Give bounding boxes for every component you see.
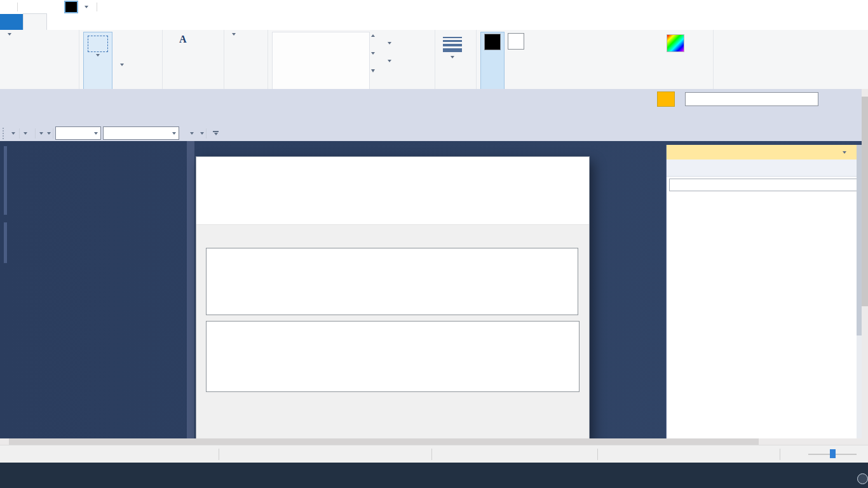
taskbar [0, 463, 868, 488]
select-button[interactable] [83, 32, 112, 90]
solution-explorer-header[interactable] [667, 145, 862, 159]
size-icon [443, 33, 462, 56]
edit-colors-button[interactable] [658, 32, 693, 90]
solution-explorer-panel [666, 145, 862, 438]
color2-button[interactable] [505, 32, 527, 90]
copy-button[interactable] [15, 48, 23, 61]
database-plug-icon [204, 177, 240, 214]
configuration-combo[interactable] [55, 126, 101, 140]
zoom-slider-thumb[interactable] [830, 449, 836, 458]
tab-file[interactable] [0, 14, 23, 30]
vs-toolbar [0, 125, 862, 141]
brushes-button[interactable] [228, 32, 240, 90]
paint-statusbar [0, 445, 868, 463]
option-description [206, 321, 580, 392]
save-button[interactable] [21, 1, 35, 13]
system-tray [765, 463, 868, 488]
wizard-dialog [196, 156, 590, 438]
outline-button[interactable] [380, 37, 394, 50]
close-button[interactable] [839, 0, 868, 14]
platform-combo[interactable] [103, 126, 179, 140]
solution-explorer-scrollbar-thumb[interactable] [857, 145, 862, 336]
paint-tab-bar [0, 14, 868, 30]
crop-button[interactable] [112, 33, 126, 46]
toolbox-tab[interactable] [4, 222, 11, 263]
resize-button[interactable] [112, 46, 126, 58]
toolbar-overflow[interactable] [213, 131, 219, 135]
rotate-button[interactable] [112, 58, 126, 71]
shapes-grid [272, 32, 370, 90]
cut-button[interactable] [15, 36, 23, 48]
current-color-swatch [64, 1, 78, 13]
maximize-button[interactable] [811, 0, 839, 14]
server-explorer-tab[interactable] [4, 146, 11, 215]
edit-colors-icon [667, 34, 684, 52]
sign-in-link[interactable] [826, 109, 836, 125]
paint-ribbon: A . [0, 30, 868, 90]
paint-titlebar [0, 0, 868, 14]
select-icon [88, 36, 108, 52]
color1-button[interactable] [480, 32, 505, 90]
canvas-hscroll-thumb[interactable] [9, 438, 759, 445]
shapes-scroll-down[interactable] [371, 52, 375, 55]
start-debug-button[interactable] [181, 132, 196, 135]
tray-expand-icon[interactable] [765, 468, 780, 483]
tab-view[interactable] [47, 14, 70, 30]
wizard-body [196, 224, 589, 438]
wizard-close-icon[interactable] [569, 158, 585, 173]
minimize-button[interactable] [782, 0, 811, 14]
vs-minimize-button[interactable] [818, 92, 840, 106]
notification-filter-icon[interactable] [657, 92, 675, 107]
color-palette [527, 32, 658, 90]
shapes-scroll-up[interactable] [371, 34, 375, 37]
screen: A . [0, 0, 868, 488]
solution-explorer-search[interactable] [669, 179, 857, 191]
vs-menubar [0, 109, 862, 125]
fill-button[interactable] [380, 55, 394, 67]
size-button[interactable] [439, 32, 466, 90]
paste-button[interactable] [4, 32, 15, 90]
wifi-icon[interactable] [803, 468, 818, 483]
quick-launch-input[interactable] [685, 92, 818, 106]
model-options-box [206, 248, 578, 315]
solution-explorer-toolbar [667, 159, 862, 177]
vs-titlebar [0, 89, 862, 109]
volume-icon[interactable] [822, 468, 837, 483]
edit-with-paint3d-button[interactable] [717, 32, 762, 90]
battery-icon[interactable] [784, 468, 799, 483]
paint-app-icon [0, 1, 14, 13]
wizard-header [196, 175, 589, 224]
toolbar-drag-handle[interactable] [3, 128, 6, 139]
tab-home[interactable] [23, 13, 47, 30]
window-position-icon[interactable] [843, 151, 846, 154]
redo-button[interactable] [49, 1, 63, 13]
notification-badge [857, 473, 868, 484]
undo-button[interactable] [35, 1, 49, 13]
vs-window [0, 89, 862, 438]
action-center-icon[interactable] [850, 468, 865, 483]
qat-customize-button[interactable] [79, 1, 93, 13]
paint-canvas[interactable] [0, 89, 862, 438]
zoom-slider[interactable] [808, 449, 857, 459]
workspace-scroll-strip [187, 141, 194, 438]
wizard-titlebar [196, 157, 589, 175]
shapes-more[interactable] [371, 69, 375, 72]
canvas-vscroll-thumb[interactable] [862, 97, 868, 306]
text-tool[interactable]: A [179, 34, 187, 44]
color2-swatch [508, 33, 524, 50]
solution-tree [667, 194, 857, 438]
vs-restore-button[interactable] [840, 92, 862, 106]
color1-swatch [484, 34, 501, 50]
